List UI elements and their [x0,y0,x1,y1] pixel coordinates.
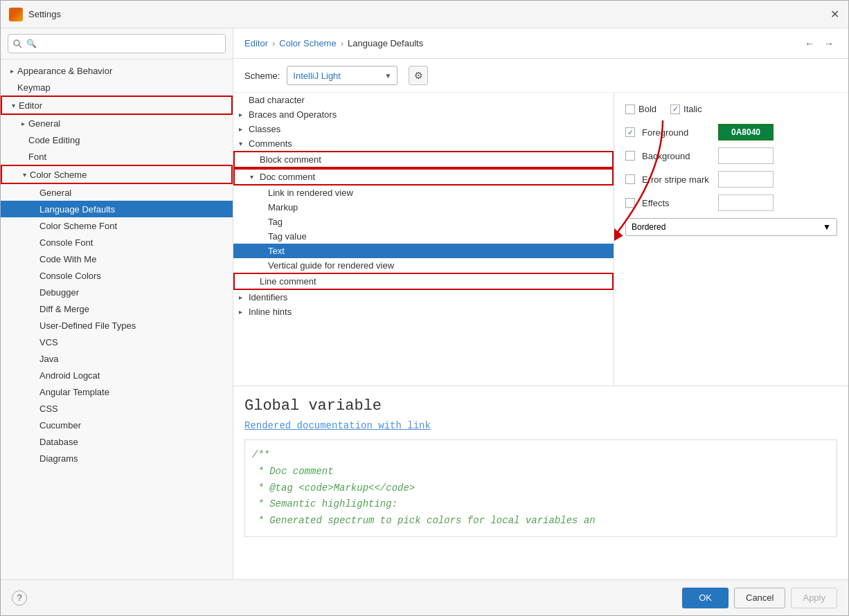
sidebar-arrow-editor: ▾ [8,100,19,111]
foreground-checkbox[interactable] [625,127,635,137]
scheme-item-block-comment[interactable]: Block comment [233,151,614,168]
italic-checkbox[interactable]: Italic [670,104,702,114]
code-line-5: * Generated spectrum to pick colors for … [252,513,830,529]
scheme-item-doc-comment[interactable]: ▾Doc comment [233,168,614,185]
preview-rendered-link[interactable]: Rendered documentation with link [244,420,837,431]
effects-row: Effects [625,194,837,211]
bold-checkbox[interactable]: Bold [625,104,656,114]
scheme-item-inline-hints[interactable]: ▸Inline hints [233,305,614,319]
scheme-item-line-comment[interactable]: Line comment [233,273,614,290]
scheme-label-bad-char: Bad character [249,95,305,105]
back-button[interactable]: ← [801,35,818,52]
scheme-arrow-doc-comment: ▾ [250,173,260,181]
effects-label: Effects [642,198,711,208]
error-stripe-checkbox[interactable] [625,174,635,184]
sidebar-item-language-defaults[interactable]: Language Defaults [1,201,233,217]
sidebar-item-debugger[interactable]: Debugger [1,284,233,300]
sidebar-label-console-font: Console Font [39,237,227,248]
sidebar-item-user-defined[interactable]: User-Defined File Types [1,317,233,334]
bold-cb-box[interactable] [625,105,635,114]
breadcrumb-color-scheme[interactable]: Color Scheme [279,38,336,48]
sidebar-label-android-logcat: Android Logcat [39,370,227,381]
breadcrumb-editor[interactable]: Editor [244,38,268,48]
forward-button[interactable]: → [821,35,837,52]
sidebar-item-angular-template[interactable]: Angular Template [1,383,233,400]
sidebar-label-vcs: VCS [39,337,227,347]
sidebar-item-diagrams[interactable]: Diagrams [1,450,233,466]
apply-button[interactable]: Apply [791,588,837,608]
sidebar-item-vcs[interactable]: VCS [1,334,233,350]
effects-dropdown-arrow-icon: ▼ [823,222,831,232]
scheme-item-vertical-guide[interactable]: Vertical guide for rendered view [233,258,614,273]
background-checkbox[interactable] [625,151,635,161]
sidebar-item-code-with-me[interactable]: Code With Me [1,251,233,267]
sidebar-arrow-keymap [6,82,17,93]
bottom-bar: ? OK Cancel Apply [1,579,848,615]
scheme-item-link-rendered[interactable]: Link in rendered view [233,185,614,200]
scheme-item-text[interactable]: Text [233,244,614,258]
scheme-item-identifiers[interactable]: ▸Identifiers [233,290,614,305]
scheme-item-tag[interactable]: Tag [233,215,614,229]
sidebar-item-general[interactable]: ▸General [1,115,233,132]
scheme-item-tag-value[interactable]: Tag value [233,229,614,244]
sidebar-label-editor: Editor [19,100,226,111]
sidebar-item-java[interactable]: Java [1,350,233,367]
error-stripe-color-swatch[interactable] [718,171,774,188]
scheme-label: Scheme: [244,71,280,81]
sidebar-item-font[interactable]: Font [1,148,233,165]
scheme-arrow-comments: ▾ [239,140,249,147]
sidebar-label-cucumber: Cucumber [39,420,227,431]
sidebar-item-database[interactable]: Database [1,433,233,450]
scheme-item-markup[interactable]: Markup [233,200,614,215]
scheme-arrow-classes: ▸ [239,125,249,133]
scheme-item-comments[interactable]: ▾Comments [233,136,614,151]
bold-label: Bold [638,104,656,114]
scheme-arrow-inline-hints: ▸ [239,308,249,316]
effects-color-swatch[interactable] [718,194,774,211]
sidebar-arrow-color-scheme-font [28,220,39,231]
search-input[interactable] [8,34,226,53]
scheme-item-bad-char[interactable]: Bad character [233,93,614,107]
sidebar-label-code-with-me: Code With Me [39,254,227,264]
background-color-swatch[interactable] [718,147,774,164]
ok-button[interactable]: OK [682,588,729,608]
sidebar-item-color-scheme[interactable]: ▾Color Scheme [1,165,233,184]
sidebar-item-android-logcat[interactable]: Android Logcat [1,367,233,383]
code-line-1: /** [252,447,830,464]
italic-cb-box[interactable] [670,105,680,114]
foreground-color-swatch[interactable]: 0A8040 [718,124,774,141]
sidebar-arrow-database [28,436,39,447]
scheme-item-braces[interactable]: ▸Braces and Operators [233,107,614,122]
scheme-dropdown[interactable]: IntelliJ Light ▼ [287,66,397,85]
properties-panel: Bold Italic Foreground 0A8040 [614,93,848,386]
scheme-label-text: Text [268,246,285,256]
sidebar-arrow-user-defined [28,320,39,331]
sidebar-label-user-defined: User-Defined File Types [39,320,227,331]
sidebar-arrow-appearance: ▸ [6,65,17,76]
sidebar-item-console-font[interactable]: Console Font [1,234,233,251]
sidebar-item-code-editing[interactable]: Code Editing [1,132,233,148]
sidebar-item-appearance[interactable]: ▸Appearance & Behavior [1,62,233,79]
sidebar-item-editor[interactable]: ▾Editor [1,96,233,115]
effects-checkbox[interactable] [625,198,635,208]
sidebar-item-cucumber[interactable]: Cucumber [1,417,233,433]
effects-type-dropdown[interactable]: Bordered ▼ [625,218,837,236]
foreground-row: Foreground 0A8040 [625,124,837,141]
main-content: ▸Appearance & BehaviorKeymap▾Editor▸Gene… [1,28,848,579]
sidebar-item-css[interactable]: CSS [1,400,233,417]
sidebar-item-console-colors[interactable]: Console Colors [1,267,233,284]
sidebar-item-cs-general[interactable]: General [1,184,233,201]
sidebar-arrow-cucumber [28,419,39,431]
close-button[interactable]: ✕ [829,9,840,20]
scheme-value: IntelliJ Light [293,71,341,81]
scheme-label-comments: Comments [249,138,292,149]
scheme-gear-button[interactable]: ⚙ [409,66,428,85]
scheme-item-classes[interactable]: ▸Classes [233,122,614,136]
sidebar-item-diff-merge[interactable]: Diff & Merge [1,300,233,317]
sidebar-item-keymap[interactable]: Keymap [1,79,233,96]
help-button[interactable]: ? [12,590,27,606]
sidebar-item-color-scheme-font[interactable]: Color Scheme Font [1,217,233,234]
scheme-label-doc-comment: Doc comment [260,172,315,182]
cancel-button[interactable]: Cancel [734,588,785,608]
sidebar-label-css: CSS [39,404,227,414]
